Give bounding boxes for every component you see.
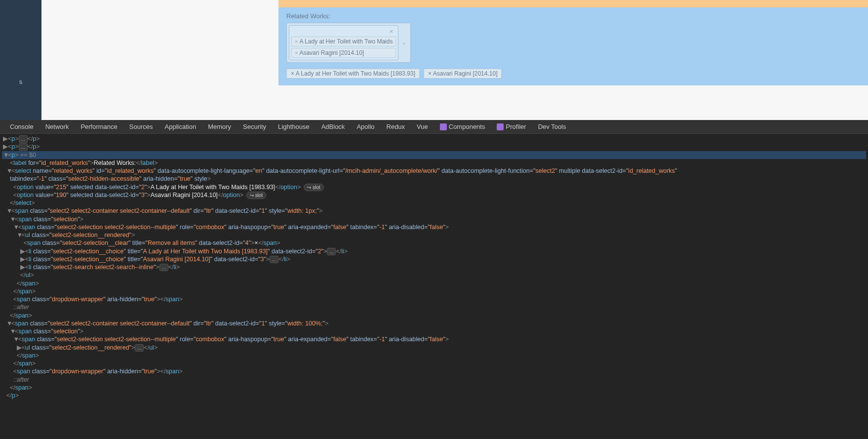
tab-apollo[interactable]: Apollo bbox=[351, 120, 380, 133]
select2-choice-2[interactable]: × Asavari Ragini [2014.10] bbox=[291, 48, 396, 58]
highlight-blue-panel: Related Works: × × A Lady at Her Toilet … bbox=[278, 7, 868, 85]
tab-performance[interactable]: Performance bbox=[75, 120, 123, 133]
choice-label: A Lady at Her Toilet with Two Maids bbox=[299, 38, 393, 45]
react-icon bbox=[440, 123, 447, 130]
select2-widget-1[interactable]: × × A Lady at Her Toilet with Two Maids … bbox=[286, 23, 411, 63]
tab-application[interactable]: Application bbox=[159, 120, 202, 133]
tab-memory[interactable]: Memory bbox=[202, 120, 237, 133]
tab-lighthouse[interactable]: Lighthouse bbox=[272, 120, 316, 133]
tab-devtools[interactable]: Dev Tools bbox=[532, 120, 572, 133]
tab-network[interactable]: Network bbox=[39, 120, 75, 133]
elements-tree[interactable]: ▶<p>…</p> ▶<p>…</p> ▼<p> == $0 <label fo… bbox=[0, 134, 868, 400]
admin-sidebar[interactable]: s bbox=[0, 0, 41, 120]
tab-redux[interactable]: Redux bbox=[381, 120, 411, 133]
select2-widget-2[interactable]: × A Lady at Her Toilet with Two Maids [1… bbox=[286, 69, 860, 79]
select2-choice-2b[interactable]: × Asavari Ragini [2014.10] bbox=[424, 69, 502, 79]
remove-icon[interactable]: × bbox=[295, 39, 298, 44]
highlight-orange-bar bbox=[278, 0, 868, 7]
tab-sources[interactable]: Sources bbox=[123, 120, 159, 133]
choice-label: Asavari Ragini [2014.10] bbox=[299, 49, 364, 56]
tab-profiler[interactable]: Profiler bbox=[491, 120, 532, 133]
chevron-down-icon[interactable]: ⌄ bbox=[399, 40, 408, 46]
tab-security[interactable]: Security bbox=[237, 120, 272, 133]
tab-components[interactable]: Components bbox=[434, 120, 491, 133]
devtools-panel: Console Network Performance Sources Appl… bbox=[0, 120, 868, 439]
tab-console[interactable]: Console bbox=[4, 120, 39, 133]
tab-vue[interactable]: Vue bbox=[411, 120, 434, 133]
devtools-tabs: Console Network Performance Sources Appl… bbox=[0, 120, 868, 134]
content-area: Related Works: × × A Lady at Her Toilet … bbox=[41, 0, 868, 120]
selected-node[interactable]: ▼<p> == $0 bbox=[2, 151, 866, 159]
select2-choice-1[interactable]: × A Lady at Her Toilet with Two Maids bbox=[291, 37, 396, 46]
react-icon bbox=[497, 123, 504, 130]
related-works-label: Related Works: bbox=[286, 12, 860, 20]
remove-icon[interactable]: × bbox=[295, 50, 298, 56]
sidebar-item-label: s bbox=[19, 78, 23, 85]
select2-choice-1b[interactable]: × A Lady at Her Toilet with Two Maids [1… bbox=[286, 69, 420, 79]
select2-clear[interactable]: × bbox=[291, 28, 396, 35]
tab-adblock[interactable]: AdBlock bbox=[316, 120, 351, 133]
